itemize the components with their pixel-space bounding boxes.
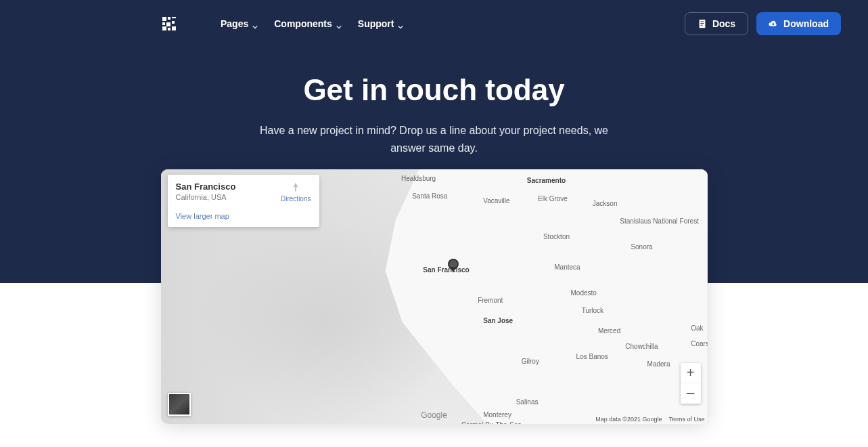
svg-rect-12 [700, 25, 703, 26]
docs-button-label: Docs [712, 18, 735, 29]
map-attribution: Map data ©2021 Google Terms of Use [595, 416, 704, 423]
directions-button[interactable]: Directions [281, 182, 311, 203]
nav-item-label: Pages [221, 18, 248, 29]
google-logo: Google [421, 410, 447, 420]
chevron-down-icon [252, 21, 258, 26]
cloud-download-icon [769, 19, 778, 28]
zoom-in-button[interactable]: + [681, 363, 701, 383]
map-info-card: San Francisco California, USA Directions… [168, 175, 319, 227]
download-button[interactable]: Download [756, 12, 841, 35]
navbar: Pages Components Support Docs [0, 0, 868, 47]
page-title: Get in touch today [14, 73, 854, 107]
chevron-down-icon [398, 21, 403, 26]
nav-item-label: Components [274, 18, 332, 29]
directions-icon [290, 182, 302, 194]
map-city-label: Salinas [516, 398, 539, 406]
map-city-label: Monterey [483, 411, 511, 419]
map-city-label: San Jose [483, 317, 513, 324]
svg-rect-10 [700, 22, 704, 22]
svg-rect-11 [700, 23, 704, 24]
map-city-label: Merced [598, 327, 620, 335]
map-city-label: Coarse [691, 340, 707, 347]
nav-pages[interactable]: Pages [221, 18, 258, 29]
svg-rect-1 [168, 17, 170, 20]
satellite-toggle[interactable] [168, 393, 191, 416]
map-info-subtitle: California, USA [176, 193, 236, 201]
svg-rect-4 [166, 22, 170, 26]
svg-rect-3 [162, 22, 165, 25]
map-city-label: Los Banos [576, 353, 608, 360]
map-city-label: Jackson [593, 200, 618, 207]
nav-support[interactable]: Support [358, 18, 404, 29]
svg-rect-7 [168, 28, 170, 30]
map-city-label: Healdsburg [401, 175, 436, 182]
map-city-label: Vacaville [483, 197, 509, 205]
map-city-label: Gilroy [522, 358, 539, 365]
nav-components[interactable]: Components [274, 18, 342, 29]
map-city-label: Fremont [478, 297, 503, 304]
map[interactable]: HealdsburgSacramentoSanta RosaVacavilleE… [161, 169, 708, 424]
map-city-label: Stanislaus National Forest [620, 217, 699, 225]
svg-rect-2 [172, 17, 176, 18]
zoom-controls: + − [681, 363, 701, 404]
svg-rect-0 [162, 17, 166, 21]
map-city-label: Elk Grove [538, 195, 568, 203]
brand-logo[interactable] [161, 16, 177, 32]
map-city-label: Carmel-By-The-Sea [461, 421, 522, 424]
map-data-attrib[interactable]: Map data ©2021 Google [595, 416, 662, 423]
map-city-label: Manteca [554, 263, 580, 271]
chevron-down-icon [336, 21, 342, 26]
map-city-label: Sacramento [527, 177, 566, 184]
map-city-label: Turlock [582, 307, 603, 314]
map-city-label: San Francisco [423, 266, 469, 274]
map-city-label: Chowchilla [625, 343, 658, 350]
page-subtitle: Have a new project in mind? Drop us a li… [245, 122, 624, 156]
map-pin[interactable] [448, 259, 459, 270]
map-city-label: Madera [647, 360, 670, 368]
document-icon [698, 19, 707, 28]
map-city-label: Stockton [543, 233, 570, 240]
download-button-label: Download [783, 18, 829, 29]
map-city-label: Sonora [631, 243, 652, 251]
map-city-label: Santa Rosa [412, 192, 447, 200]
view-larger-map-link[interactable]: View larger map [176, 212, 311, 220]
zoom-out-button[interactable]: − [681, 383, 701, 404]
nav-item-label: Support [358, 18, 394, 29]
svg-rect-6 [162, 26, 166, 30]
map-city-label: Oak [691, 324, 703, 332]
map-city-label: Modesto [571, 289, 597, 297]
svg-rect-5 [172, 21, 175, 24]
directions-label: Directions [281, 195, 311, 203]
docs-button[interactable]: Docs [685, 12, 748, 35]
terms-link[interactable]: Terms of Use [668, 416, 704, 423]
svg-rect-8 [172, 26, 176, 30]
map-info-title: San Francisco [176, 182, 236, 192]
